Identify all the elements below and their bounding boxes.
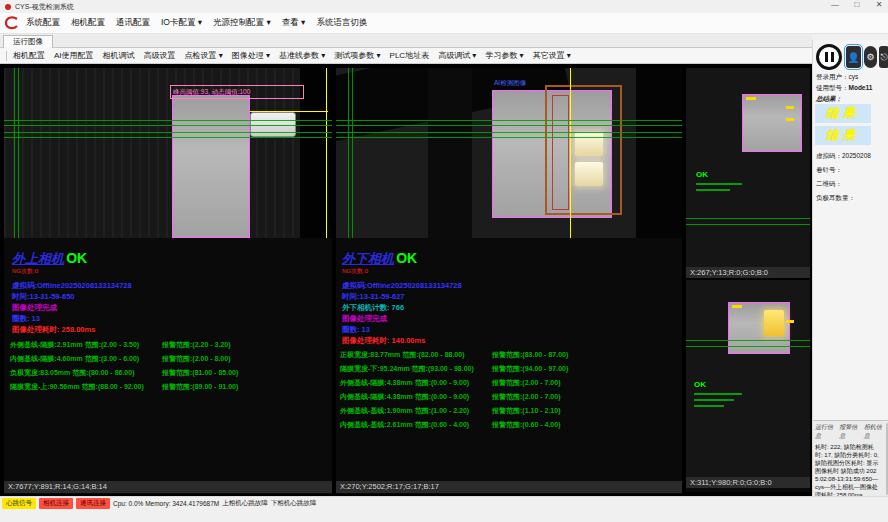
sidebar: 👤 ⚙ ⎋ 登录用户：cys 使用型号：Mode11 总结果： 结果 结果 虚拟…	[812, 40, 888, 508]
pause-button[interactable]	[816, 44, 842, 70]
center-measurements: 正极宽度:83.77mm 范围:(82.00 - 88.00)报警范围:(83.…	[340, 350, 680, 434]
green-measure-line	[336, 125, 682, 126]
measurement-text: 内侧基线-隔膜:4.38mm 范围:(0.00 - 9.00)	[340, 393, 469, 400]
camera-connect-badge: 相机连接	[39, 498, 73, 509]
negative-tab-count-row: 负极耳数量：	[816, 194, 855, 203]
menu-item-comm-config[interactable]: 通讯配置	[116, 17, 150, 29]
toolbar-baseline-params[interactable]: 基准线参数 ▾	[279, 50, 325, 61]
center-process-done: 图像处理完成	[342, 314, 387, 324]
center-result-block: 外下相机 OK NG次数:0	[342, 250, 417, 276]
logout-button[interactable]: ⎋	[879, 46, 888, 68]
minimize-button[interactable]: —	[828, 0, 842, 9]
menu-item-view[interactable]: 查看 ▾	[282, 17, 306, 29]
measurement-row: 隔膜宽度-下:95.24mm 范围:(93.00 - 98.00)报警范围:(9…	[340, 364, 680, 378]
right-bottom-view: OK X:311;Y:980;R:0;G:0;B:0	[686, 280, 810, 492]
green-measure-line	[686, 224, 810, 225]
measurement-text: 内侧基线-基线:2.61mm 范围:(0.60 - 4.00)	[340, 421, 469, 428]
green-guide-line	[18, 68, 19, 238]
toolbar-advanced-debug[interactable]: 高级调试 ▾	[438, 50, 476, 61]
green-measure-line	[336, 132, 682, 133]
green-measure-line	[4, 120, 332, 121]
left-measurements: 外侧基线-隔膜:2.91mm 范围:(2.00 - 3.50)报警范围:(2.2…	[10, 340, 330, 396]
mini-text-line	[696, 183, 742, 185]
green-measure-line	[336, 137, 682, 138]
right-bottom-image[interactable]: OK	[686, 280, 810, 477]
green-measure-line	[686, 346, 810, 347]
green-guide-line	[348, 68, 349, 238]
center-turn-count: 圈数: 13	[342, 325, 370, 335]
maximize-button[interactable]: □	[850, 0, 864, 9]
toolbar-camera-config[interactable]: 相机配置	[13, 50, 45, 61]
measurement-row: 内侧基线-隔膜:4.60mm 范围:(3.00 - 6.00)报警范围:(2.0…	[10, 354, 330, 368]
menu-item-io-config[interactable]: IO卡配置 ▾	[161, 17, 202, 29]
left-ok-status: OK	[66, 250, 87, 266]
menu-item-camera-config[interactable]: 相机配置	[71, 17, 105, 29]
center-camera-title: 外下相机	[342, 251, 394, 266]
left-ng-note: NG次数:0	[12, 267, 87, 276]
close-button[interactable]: ✕	[872, 0, 886, 9]
toolbar-image-processing[interactable]: 图像处理 ▾	[232, 50, 270, 61]
center-camera-image[interactable]: AI检测图像	[336, 68, 682, 238]
switch-model-button[interactable]: ⚙	[864, 46, 877, 68]
yellow-tab-highlight	[764, 310, 784, 336]
right-top-ok: OK	[696, 170, 708, 179]
toolbar-plc-address-table[interactable]: PLC地址表	[390, 50, 430, 61]
qr-code-row: 二维码：	[816, 180, 842, 189]
menu-item-light-control-config[interactable]: 光源控制配置 ▾	[213, 17, 271, 29]
menu-item-language-switch[interactable]: 系统语言切换	[316, 17, 367, 29]
toolbar-test-item-params[interactable]: 测试项参数 ▾	[334, 50, 380, 61]
model-row: 使用型号：Mode11	[816, 84, 872, 93]
yellow-marker	[786, 118, 794, 121]
main-area: 峰高阈值:93, 动态阈值:100 外上相机 OK NG次数:0 虚拟码:Off…	[0, 64, 812, 496]
info-tab-run[interactable]: 运行信息	[815, 423, 835, 441]
alarm-range: 报警范围:(1.10 - 2.10)	[492, 406, 560, 416]
result-box-top: 结果	[815, 104, 871, 123]
right-top-image[interactable]: OK	[686, 68, 810, 267]
center-ng-note: NG次数:0	[342, 267, 417, 276]
toolbar-advanced-settings[interactable]: 高级设置	[144, 50, 176, 61]
user-button[interactable]: 👤	[846, 46, 861, 68]
cpu-memory-text: Cpu: 0.0% Memory: 3424.4179687M	[113, 500, 219, 507]
toolbar-spot-check-settings[interactable]: 点检设置 ▾	[185, 50, 223, 61]
measurement-text: 正极宽度:83.77mm 范围:(82.00 - 88.00)	[340, 351, 465, 358]
negative-tab-count-label: 负极耳数量：	[816, 194, 855, 201]
center-virtual-code: 虚拟码:Offline20250208133134728	[342, 281, 462, 291]
info-tab-camera[interactable]: 相机信息	[864, 423, 884, 441]
login-user-value: cys	[849, 73, 859, 80]
window-title: CYS-视觉检测系统	[15, 2, 74, 12]
toolbar-camera-debug[interactable]: 相机调试	[103, 50, 135, 61]
virtual-code-value: 20250208	[842, 152, 871, 159]
machine-column	[428, 68, 472, 238]
toolbar-learning-params[interactable]: 学习参数 ▾	[485, 50, 523, 61]
comm-connect-badge: 通讯连接	[76, 498, 110, 509]
mini-text-line	[694, 393, 742, 395]
left-process-done: 图像处理完成	[12, 303, 57, 313]
pause-icon	[825, 52, 828, 62]
menu-item-system-config[interactable]: 系统配置	[26, 17, 60, 29]
green-measure-line	[4, 132, 332, 133]
center-ok-status: OK	[396, 250, 417, 266]
measurement-text: 外侧基线-隔膜:4.38mm 范围:(0.00 - 9.00)	[340, 379, 469, 386]
toolbar-other-settings[interactable]: 其它设置 ▾	[533, 50, 571, 61]
exit-door-icon: ⎋	[880, 52, 887, 63]
toolbar-ai-usage-config[interactable]: AI使用配置	[54, 50, 94, 61]
heartbeat-badge: 心跳信号	[2, 498, 36, 509]
model-value: Mode11	[849, 84, 873, 91]
menubar: 系统配置 相机配置 通讯配置 IO卡配置 ▾ 光源控制配置 ▾ 查看 ▾ 系统语…	[0, 13, 888, 34]
alarm-range: 报警范围:(0.60 - 4.00)	[492, 420, 560, 430]
alarm-range: 报警范围:(2.00 - 7.00)	[492, 378, 560, 388]
info-tab-alarm[interactable]: 报警信息	[839, 423, 859, 441]
tab-run-image[interactable]: 运行图像	[3, 35, 53, 48]
yellow-edge-line	[326, 68, 327, 238]
green-measure-line	[4, 137, 332, 138]
left-result-block: 外上相机 OK NG次数:0	[12, 250, 87, 276]
green-measure-line	[686, 340, 810, 341]
left-coordinate-readout: X:7677;Y:891;R:14;G:14;B:14	[4, 481, 332, 493]
metal-tab-highlight	[575, 132, 603, 156]
green-guide-line	[352, 68, 353, 238]
right-top-view: OK X:267;Y:13;R:0;G:0;B:0	[686, 68, 810, 278]
right-top-coordinate-readout: X:267;Y:13;R:0;G:0;B:0	[686, 267, 810, 278]
left-camera-image[interactable]: 峰高阈值:93, 动态阈值:100	[4, 68, 332, 238]
right-bottom-coordinate-readout: X:311;Y:980;R:0;G:0;B:0	[686, 477, 810, 488]
pause-icon	[831, 52, 834, 62]
